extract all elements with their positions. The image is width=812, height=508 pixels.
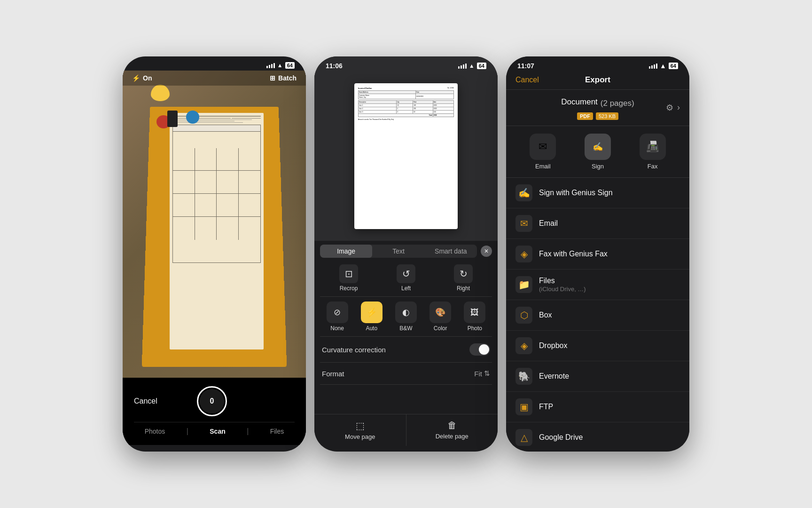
- evernote-label: Evernote: [539, 372, 569, 381]
- shutter-button[interactable]: 0: [197, 386, 227, 416]
- signal-bars: [266, 63, 275, 68]
- phone-2: 11:06 ▲ 64 Invoice/Challan No: 12345: [314, 56, 498, 452]
- filter-none-icon: ⊘: [327, 302, 348, 323]
- battery-icon: 64: [285, 62, 295, 69]
- export-doc-settings[interactable]: ⚙ ›: [666, 103, 680, 113]
- filter-none-label: None: [330, 325, 344, 332]
- signal-bars-3: [649, 64, 657, 69]
- recrop-button[interactable]: ⊡ Recrop: [339, 264, 358, 292]
- filter-auto-label: Auto: [366, 325, 377, 332]
- email-icon: ✉: [515, 215, 532, 232]
- document-sheet: Invoice/Challan No: 12345 Name/Address D…: [354, 83, 458, 229]
- settings-icon: ⚙: [666, 103, 673, 113]
- yellow-object: [151, 85, 170, 101]
- filter-auto-button[interactable]: ⚡ Auto: [361, 302, 383, 332]
- format-label: Format: [322, 370, 344, 378]
- export-item-genius-fax[interactable]: ◈ Fax with Genius Fax: [506, 239, 689, 270]
- camera-nav-scan[interactable]: Scan: [210, 428, 225, 435]
- camera-cancel-button[interactable]: Cancel: [134, 397, 157, 405]
- export-cancel-button[interactable]: Cancel: [515, 76, 539, 84]
- format-chevron-icon: ⇅: [484, 369, 490, 378]
- filter-photo-button[interactable]: 🖼 Photo: [464, 302, 485, 332]
- camera-bottom-row: Cancel 0: [134, 386, 295, 416]
- filter-none-button[interactable]: ⊘ None: [327, 302, 348, 332]
- export-doc-title: Document: [561, 97, 597, 107]
- export-item-genius-sign[interactable]: ✍ Sign with Genius Sign: [506, 178, 689, 208]
- filter-color-button[interactable]: 🎨 Color: [429, 302, 451, 332]
- curvature-toggle[interactable]: [469, 343, 490, 356]
- quick-fax-icon: 📠: [640, 134, 666, 160]
- dropbox-label: Dropbox: [539, 341, 567, 350]
- export-item-email[interactable]: ✉ Email: [506, 208, 689, 239]
- export-item-evernote[interactable]: 🐘 Evernote: [506, 361, 689, 392]
- rotate-left-button[interactable]: ↺ Left: [397, 264, 415, 292]
- move-page-button[interactable]: ⬚ Move page: [314, 414, 406, 446]
- ftp-icon: ▣: [515, 398, 532, 415]
- email-label: Email: [539, 219, 558, 228]
- export-header: Cancel Export: [506, 71, 689, 90]
- files-icon: 📁: [515, 276, 532, 293]
- rotate-right-label: Right: [457, 285, 470, 292]
- filter-bw-label: B&W: [399, 325, 412, 332]
- camera-nav-photos[interactable]: Photos: [145, 428, 165, 435]
- shutter-count: 0: [200, 389, 224, 413]
- format-value: Fit: [474, 370, 482, 378]
- rotate-right-button[interactable]: ↻ Right: [454, 264, 473, 292]
- filter-color-icon: 🎨: [429, 302, 451, 323]
- document-scan: [170, 113, 264, 349]
- filter-bw-button[interactable]: ◐ B&W: [395, 302, 417, 332]
- filter-photo-icon: 🖼: [464, 302, 485, 323]
- editor-tools: ⊡ Recrop ↺ Left ↻ Right ⊘ None: [314, 260, 498, 410]
- status-bar-3: 11:07 ▲ 64: [506, 56, 689, 71]
- filter-bw-icon: ◐: [395, 302, 417, 323]
- editor-tabs-container: Image Text Smart data ✕: [314, 241, 498, 260]
- delete-page-button[interactable]: 🗑 Delete page: [406, 414, 498, 446]
- genius-sign-icon: ✍: [515, 184, 532, 201]
- camera-controls: Cancel 0 Photos | Scan | Files: [123, 379, 306, 445]
- signal-bars-2: [458, 64, 467, 69]
- export-item-ftp[interactable]: ▣ FTP: [506, 392, 689, 422]
- batch-badge[interactable]: ⊞ Batch: [270, 74, 297, 82]
- wifi-icon-2: ▲: [469, 63, 475, 69]
- genius-fax-label: Fax with Genius Fax: [539, 250, 608, 258]
- batch-icon: ⊞: [270, 74, 275, 82]
- quick-sign-button[interactable]: ✍ Sign: [585, 134, 611, 170]
- box-label: Box: [539, 311, 552, 319]
- files-sub: (iCloud Drive, …): [539, 286, 586, 293]
- tab-smart-data[interactable]: Smart data: [425, 245, 477, 258]
- genius-fax-icon: ◈: [515, 246, 532, 262]
- quick-fax-button[interactable]: 📠 Fax: [640, 134, 666, 170]
- format-value-container[interactable]: Fit ⇅: [474, 369, 490, 378]
- format-row: Format Fit ⇅: [320, 363, 492, 385]
- quick-fax-label: Fax: [648, 163, 658, 170]
- ftp-label: FTP: [539, 403, 553, 411]
- export-doc-pages: (2 pages): [601, 99, 634, 108]
- filter-photo-label: Photo: [468, 325, 482, 332]
- pdf-badge: PDF: [577, 112, 593, 120]
- export-item-box[interactable]: ⬡ Box: [506, 300, 689, 331]
- camera-nav: Photos | Scan | Files: [134, 422, 295, 436]
- export-item-dropbox[interactable]: ◈ Dropbox: [506, 331, 689, 361]
- camera-nav-files[interactable]: Files: [270, 428, 284, 435]
- export-content: Cancel Export Document (2 pages) PDF 523…: [506, 71, 689, 446]
- size-badge: 523 KB: [596, 112, 618, 120]
- quick-sign-label: Sign: [592, 163, 604, 170]
- export-item-files[interactable]: 📁 Files (iCloud Drive, …): [506, 270, 689, 300]
- flash-badge[interactable]: ⚡ On: [132, 74, 152, 82]
- flash-icon: ⚡: [132, 74, 140, 82]
- blue-object: [186, 111, 199, 124]
- export-item-google-drive[interactable]: △ Google Drive: [506, 422, 689, 446]
- rotate-left-icon: ↺: [397, 264, 415, 283]
- quick-email-button[interactable]: ✉ Email: [530, 134, 556, 170]
- status-icons-3: ▲ 64: [649, 62, 678, 70]
- phone-3: 11:07 ▲ 64 Cancel Export Document (2 pag…: [506, 56, 689, 452]
- phone-1: ▲ 64 ⚡ On ⊞ Batch: [123, 56, 306, 452]
- panel-close-button[interactable]: ✕: [481, 246, 492, 257]
- evernote-icon: 🐘: [515, 368, 532, 385]
- crop-rotation-row: ⊡ Recrop ↺ Left ↻ Right: [320, 260, 492, 297]
- tab-text[interactable]: Text: [372, 245, 424, 258]
- editor-content: Invoice/Challan No: 12345 Name/Address D…: [314, 71, 498, 446]
- tab-image[interactable]: Image: [320, 245, 372, 258]
- status-time-2: 11:06: [326, 62, 343, 70]
- recrop-icon: ⊡: [339, 264, 358, 283]
